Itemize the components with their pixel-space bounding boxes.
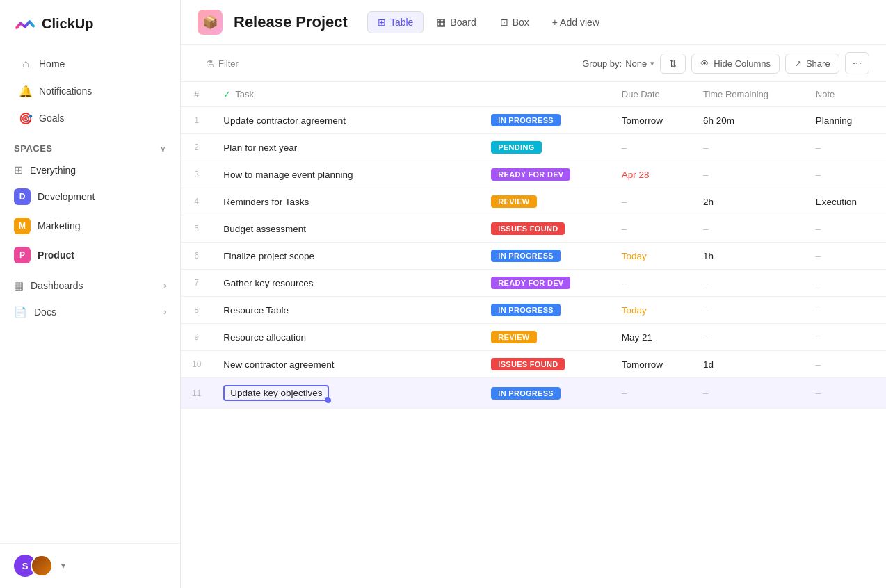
marketing-badge: M: [14, 218, 31, 234]
row-status[interactable]: READY FOR DEV: [480, 270, 611, 297]
table-row[interactable]: 3How to manage event planningREADY FOR D…: [181, 161, 886, 188]
tab-box-label: Box: [513, 17, 529, 28]
dashboards-label: Dashboards: [31, 280, 83, 291]
sidebar-item-docs[interactable]: 📄 Docs ›: [0, 299, 180, 325]
tab-board-label: Board: [450, 17, 476, 28]
row-status[interactable]: REVIEW: [480, 188, 611, 215]
row-task[interactable]: Gather key resources: [212, 270, 480, 297]
col-status: [480, 82, 611, 107]
row-task[interactable]: Reminders for Tasks: [212, 188, 480, 215]
table-row[interactable]: 10New contractor agreementISSUES FOUNDTo…: [181, 351, 886, 378]
table-row[interactable]: 7Gather key resourcesREADY FOR DEV–––: [181, 270, 886, 297]
row-note: –: [805, 351, 886, 378]
project-title: Release Project: [234, 13, 348, 31]
tab-table[interactable]: ⊞ Table: [367, 11, 424, 33]
status-badge: ISSUES FOUND: [491, 222, 565, 235]
row-task[interactable]: Resource allocation: [212, 324, 480, 351]
main-content: 📦 Release Project ⊞ Table ▦ Board ⊡ Box …: [181, 0, 886, 588]
row-due-date: Apr 28: [611, 161, 692, 188]
table-row[interactable]: 6Finalize project scopeIN PROGRESSToday1…: [181, 243, 886, 270]
box-icon: ⊡: [500, 17, 508, 28]
row-status[interactable]: REVIEW: [480, 324, 611, 351]
project-icon: 📦: [198, 10, 223, 35]
row-time-remaining: –: [692, 161, 805, 188]
main-header: 📦 Release Project ⊞ Table ▦ Board ⊡ Box …: [181, 0, 886, 45]
status-badge: IN PROGRESS: [491, 114, 561, 126]
row-task[interactable]: Update contractor agreement: [212, 107, 480, 134]
add-view-label: + Add view: [552, 17, 599, 28]
more-options-button[interactable]: ···: [845, 52, 869, 74]
row-status[interactable]: IN PROGRESS: [480, 107, 611, 134]
sidebar-item-development[interactable]: D Development: [0, 183, 180, 211]
group-by-chevron-icon: ▾: [650, 59, 654, 68]
row-status[interactable]: READY FOR DEV: [480, 161, 611, 188]
table-icon: ⊞: [378, 17, 386, 28]
sidebar-item-product[interactable]: P Product: [0, 241, 180, 269]
sidebar: ClickUp ⌂ Home 🔔 Notifications 🎯 Goals S…: [0, 0, 181, 588]
row-status[interactable]: ISSUES FOUND: [480, 351, 611, 378]
sidebar-item-notifications[interactable]: 🔔 Notifications: [6, 78, 175, 104]
status-badge: REVIEW: [491, 331, 536, 343]
docs-icon: 📄: [14, 306, 27, 318]
add-view-button[interactable]: + Add view: [542, 12, 609, 33]
table-row[interactable]: 4Reminders for TasksREVIEW–2hExecution: [181, 188, 886, 215]
sort-button[interactable]: ⇅: [660, 54, 686, 74]
row-time-remaining: –: [692, 297, 805, 324]
row-task[interactable]: Plan for next year: [212, 134, 480, 161]
row-task[interactable]: Update key objectives: [212, 378, 480, 409]
table-row[interactable]: 11Update key objectivesIN PROGRESS–––: [181, 378, 886, 409]
main-nav: ⌂ Home 🔔 Notifications 🎯 Goals: [0, 47, 180, 135]
row-status[interactable]: ISSUES FOUND: [480, 215, 611, 243]
tab-box[interactable]: ⊡ Box: [490, 11, 540, 33]
row-num: 10: [181, 351, 212, 378]
sidebar-item-everything[interactable]: ⊞ Everything: [0, 158, 180, 182]
row-due-date: –: [611, 134, 692, 161]
sidebar-item-marketing[interactable]: M Marketing: [0, 212, 180, 240]
footer-chevron-icon[interactable]: ▾: [61, 561, 65, 571]
row-note: –: [805, 243, 886, 270]
filter-icon: ⚗: [206, 58, 214, 69]
spaces-collapse-icon[interactable]: ∨: [160, 144, 166, 154]
row-due-date: Tomorrow: [611, 107, 692, 134]
hide-columns-label: Hide Columns: [714, 58, 771, 69]
table-row[interactable]: 8Resource TableIN PROGRESSToday––: [181, 297, 886, 324]
row-num: 11: [181, 378, 212, 409]
row-num: 4: [181, 188, 212, 215]
filter-button[interactable]: ⚗ Filter: [198, 54, 247, 73]
table-row[interactable]: 5Budget assessmentISSUES FOUND–––: [181, 215, 886, 243]
clickup-logo-icon: [14, 13, 36, 35]
row-task[interactable]: How to manage event planning: [212, 161, 480, 188]
status-badge: REVIEW: [491, 195, 536, 208]
row-task[interactable]: Finalize project scope: [212, 243, 480, 270]
table-row[interactable]: 9Resource allocationREVIEWMay 21––: [181, 324, 886, 351]
sidebar-item-home[interactable]: ⌂ Home: [6, 51, 175, 77]
marketing-label: Marketing: [38, 220, 80, 231]
col-task: ✓ Task: [212, 82, 480, 107]
status-badge: READY FOR DEV: [491, 168, 570, 181]
row-note: –: [805, 161, 886, 188]
sidebar-item-goals[interactable]: 🎯 Goals: [6, 105, 175, 131]
group-by-control[interactable]: Group by: None ▾: [582, 58, 654, 69]
status-badge: ISSUES FOUND: [491, 358, 565, 370]
row-task[interactable]: Budget assessment: [212, 215, 480, 243]
tab-board[interactable]: ▦ Board: [426, 11, 486, 33]
share-button[interactable]: ↗ Share: [785, 54, 839, 74]
hide-columns-button[interactable]: 👁 Hide Columns: [691, 54, 780, 74]
row-status[interactable]: IN PROGRESS: [480, 378, 611, 409]
group-by-label: Group by:: [582, 58, 622, 69]
row-task[interactable]: New contractor agreement: [212, 351, 480, 378]
row-status[interactable]: PENDING: [480, 134, 611, 161]
table-header-row: # ✓ Task Due Date Time Remaining Note: [181, 82, 886, 107]
row-time-remaining: 6h 20m: [692, 107, 805, 134]
row-num: 7: [181, 270, 212, 297]
table-row[interactable]: 1Update contractor agreementIN PROGRESST…: [181, 107, 886, 134]
row-status[interactable]: IN PROGRESS: [480, 297, 611, 324]
docs-label: Docs: [34, 307, 56, 318]
sidebar-item-dashboards[interactable]: ▦ Dashboards ›: [0, 272, 180, 299]
row-task[interactable]: Resource Table: [212, 297, 480, 324]
table-row[interactable]: 2Plan for next yearPENDING–––: [181, 134, 886, 161]
row-status[interactable]: IN PROGRESS: [480, 243, 611, 270]
row-num: 5: [181, 215, 212, 243]
toolbar-left: ⚗ Filter: [198, 54, 247, 73]
sidebar-item-goals-label: Goals: [39, 113, 65, 124]
